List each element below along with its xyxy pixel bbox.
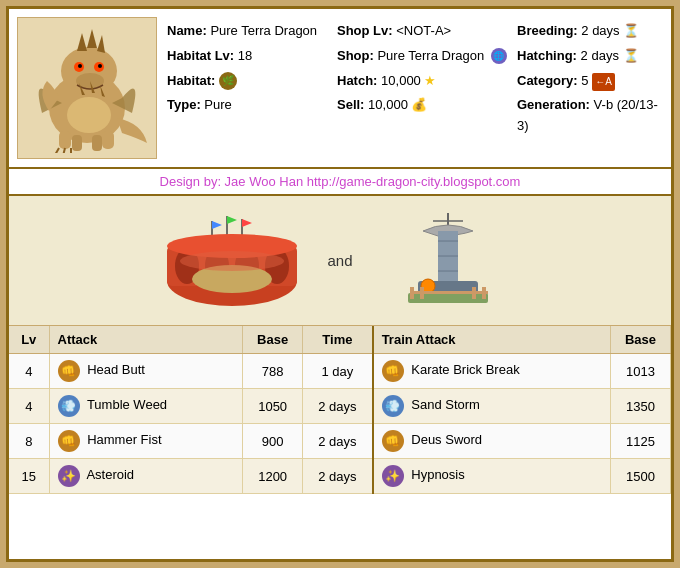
cell-time: 2 days <box>303 389 373 424</box>
cell-attack: ✨ Asteroid <box>49 459 243 494</box>
svg-point-14 <box>67 97 111 133</box>
name-label: Name: <box>167 23 207 38</box>
cell-base: 900 <box>243 424 303 459</box>
sell-coin-icon: 💰 <box>411 97 427 112</box>
shop-lv-value: <NOT-A> <box>396 23 451 38</box>
cell-train-base: 1350 <box>611 389 671 424</box>
hatch-label: Hatch: <box>337 73 377 88</box>
attacks-table: Lv Attack Base Time Train Attack Base 4 … <box>9 326 671 494</box>
sell-label: Sell: <box>337 97 364 112</box>
svg-marker-3 <box>87 29 97 48</box>
svg-marker-19 <box>212 221 222 229</box>
train-attack-name: Hypnosis <box>411 467 464 482</box>
habitat-icon: 🌿 <box>219 72 237 90</box>
habitat-lv-value: 18 <box>238 48 252 63</box>
category-value: 5 <box>581 73 588 88</box>
hatch-star-icon: ★ <box>424 73 436 88</box>
breeding-hourglass-icon: ⏳ <box>623 23 639 38</box>
shop-planet-icon: 🌐 <box>491 48 507 64</box>
shop-value: Pure Terra Dragon <box>377 48 484 63</box>
hatch-row: Hatch: 10,000 ★ <box>337 71 507 92</box>
hatching-hourglass-icon: ⏳ <box>623 48 639 63</box>
dragon-info-section: Name: Pure Terra Dragon Habitat Lv: 18 H… <box>9 9 671 169</box>
col-header-base: Base <box>243 326 303 354</box>
habitat-row: Habitat: 🌿 <box>167 71 327 92</box>
table-row: 4 💨 Tumble Weed 1050 2 days 💨 Sand Storm… <box>9 389 671 424</box>
generation-label: Generation: <box>517 97 590 112</box>
train-attack-icon: 👊 <box>382 360 404 382</box>
type-value: Pure <box>204 97 231 112</box>
train-attack-icon: 💨 <box>382 395 404 417</box>
habitat-label: Habitat: <box>167 73 215 88</box>
svg-point-7 <box>78 64 82 68</box>
cell-time: 1 day <box>303 354 373 389</box>
attack-name: Asteroid <box>86 467 134 482</box>
cell-attack: 👊 Hammer Fist <box>49 424 243 459</box>
attack-icon: 💨 <box>58 395 80 417</box>
habitat-lv-row: Habitat Lv: 18 <box>167 46 327 67</box>
shop-lv-label: Shop Lv: <box>337 23 393 38</box>
cell-base: 1200 <box>243 459 303 494</box>
cell-train-base: 1125 <box>611 424 671 459</box>
name-value: Pure Terra Dragon <box>210 23 317 38</box>
tower-svg <box>388 211 508 311</box>
shop-label: Shop: <box>337 48 374 63</box>
col-header-train-attack: Train Attack <box>373 326 611 354</box>
train-attack-icon: 👊 <box>382 430 404 452</box>
colosseum-svg <box>157 211 307 311</box>
col-header-attack: Attack <box>49 326 243 354</box>
and-text: and <box>327 252 352 269</box>
colosseum-image <box>157 211 307 311</box>
shop-lv-row: Shop Lv: <NOT-A> <box>337 21 507 42</box>
svg-rect-11 <box>102 131 114 149</box>
cell-lv: 15 <box>9 459 49 494</box>
attack-icon: 👊 <box>58 360 80 382</box>
tower-image <box>373 211 523 311</box>
name-row: Name: Pure Terra Dragon <box>167 21 327 42</box>
type-label: Type: <box>167 97 201 112</box>
cell-base: 788 <box>243 354 303 389</box>
table-body: 4 👊 Head Butt 788 1 day 👊 Karate Brick B… <box>9 354 671 494</box>
design-credit-text: Design by: Jae Woo Han http://game-drago… <box>160 174 521 189</box>
cell-lv: 4 <box>9 354 49 389</box>
svg-point-32 <box>180 251 284 271</box>
cell-lv: 8 <box>9 424 49 459</box>
svg-marker-21 <box>227 216 237 224</box>
category-label: Category: <box>517 73 578 88</box>
table-row: 4 👊 Head Butt 788 1 day 👊 Karate Brick B… <box>9 354 671 389</box>
svg-marker-23 <box>242 219 252 227</box>
design-credit-bar: Design by: Jae Woo Han http://game-drago… <box>9 169 671 196</box>
svg-rect-47 <box>410 291 488 294</box>
hatch-value: 10,000 <box>381 73 421 88</box>
category-arrow-icon: ←A <box>592 73 615 91</box>
svg-point-8 <box>98 64 102 68</box>
svg-rect-10 <box>59 131 71 149</box>
info-col-2: Shop Lv: <NOT-A> Shop: Pure Terra Dragon… <box>337 17 507 159</box>
attack-icon: 👊 <box>58 430 80 452</box>
category-row: Category: 5 ←A <box>517 71 663 92</box>
cell-train-attack: 👊 Karate Brick Break <box>373 354 611 389</box>
info-col-3: Breeding: 2 days ⏳ Hatching: 2 days ⏳ Ca… <box>517 17 663 159</box>
svg-rect-12 <box>72 135 82 151</box>
cell-base: 1050 <box>243 389 303 424</box>
cell-time: 2 days <box>303 459 373 494</box>
type-row: Type: Pure <box>167 95 327 116</box>
cell-train-base: 1013 <box>611 354 671 389</box>
cell-train-attack: 💨 Sand Storm <box>373 389 611 424</box>
cell-train-attack: 👊 Deus Sword <box>373 424 611 459</box>
col-header-time: Time <box>303 326 373 354</box>
cell-attack: 💨 Tumble Weed <box>49 389 243 424</box>
breeding-value: 2 days <box>581 23 619 38</box>
arena-section: and <box>9 196 671 326</box>
hatching-row: Hatching: 2 days ⏳ <box>517 46 663 67</box>
svg-marker-2 <box>77 33 87 51</box>
cell-train-attack: ✨ Hypnosis <box>373 459 611 494</box>
train-attack-icon: ✨ <box>382 465 404 487</box>
attack-icon: ✨ <box>58 465 80 487</box>
cell-train-base: 1500 <box>611 459 671 494</box>
col-header-lv: Lv <box>9 326 49 354</box>
cell-attack: 👊 Head Butt <box>49 354 243 389</box>
cell-time: 2 days <box>303 424 373 459</box>
attack-name: Hammer Fist <box>87 432 161 447</box>
main-container: Name: Pure Terra Dragon Habitat Lv: 18 H… <box>6 6 674 562</box>
